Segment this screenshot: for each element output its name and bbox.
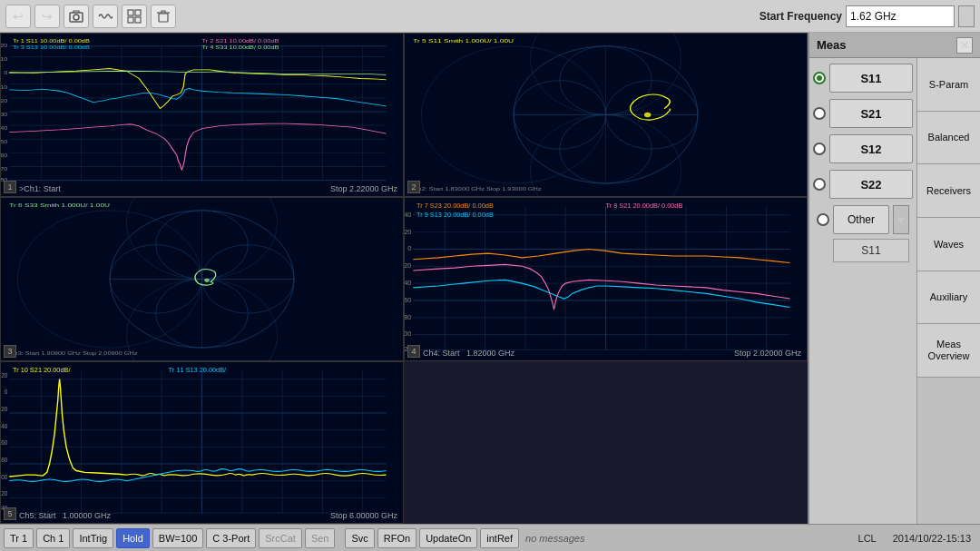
chart-stop-1: Stop 2.22000 GHz	[330, 184, 397, 193]
svg-text:-100: -100	[405, 330, 411, 338]
other-row: Other ▼	[813, 203, 913, 236]
srccat-btn[interactable]: SrcCat	[259, 528, 302, 548]
sparam-row-s11: S11	[813, 62, 913, 94]
svg-point-56	[644, 113, 651, 118]
chart-panel-4[interactable]: 40 20 0 -20 -40 -60 -80 -100 -120 Tr 7 S…	[404, 197, 808, 361]
side-buttons: S-Param Balanced Receivers Waves Auxilia…	[916, 58, 980, 524]
c3port-btn[interactable]: C 3-Port	[206, 528, 256, 548]
s11-sub-item[interactable]: S11	[833, 239, 909, 262]
svc-btn[interactable]: Svc	[345, 528, 374, 548]
chart-freq-4: Ch4: Start 1.82000 GHz	[423, 349, 514, 358]
svg-text:-40: -40	[1, 422, 8, 428]
s11-radio[interactable]	[813, 72, 826, 84]
chart-num-1: 1	[4, 181, 16, 193]
svg-text:-20: -20	[1, 406, 8, 412]
chart-panel-3[interactable]: Tr 6 S33 Smith 1.000U/ 1.00U Ch3: Start …	[0, 197, 404, 361]
chart-panel-1[interactable]: 20 10 0 -10 -20 -30 -40 -50 -60 -70 -80 …	[0, 33, 404, 197]
other-dropdown[interactable]: ▼	[893, 205, 909, 234]
other-radio[interactable]	[817, 213, 829, 226]
sen-btn[interactable]: Sen	[305, 528, 336, 548]
chart-stop-5: Stop 6.00000 GHz	[330, 511, 397, 520]
trash-button[interactable]	[151, 5, 176, 28]
s21-radio[interactable]	[813, 107, 826, 120]
updateon-btn[interactable]: UpdateOn	[419, 528, 477, 548]
svg-rect-2	[128, 10, 133, 15]
undo-button[interactable]: ↩	[5, 5, 31, 28]
balanced-side-btn[interactable]: Balanced	[917, 112, 980, 165]
svg-text:0: 0	[5, 389, 8, 395]
svg-text:-40: -40	[1, 125, 8, 131]
chart-panel-2[interactable]: Tr 5 S11 Smith 1.000U/ 1.00U Ch2: Start …	[404, 33, 808, 197]
svg-text:0: 0	[4, 70, 8, 75]
freq-input[interactable]	[846, 5, 955, 27]
svg-rect-4	[128, 17, 133, 23]
sparam-row-s21: S21	[813, 97, 913, 130]
other-button[interactable]: Other	[833, 205, 889, 234]
svg-text:-50: -50	[1, 139, 8, 144]
lcl-status: LCL	[858, 533, 882, 544]
s22-radio[interactable]	[813, 178, 826, 191]
s12-radio[interactable]	[813, 143, 826, 155]
svg-text:20: 20	[405, 227, 411, 235]
auxiliary-side-btn[interactable]: Auxiliary	[917, 271, 980, 325]
svg-text:Tr 7  S23 20.00dB/ 0.00dB: Tr 7 S23 20.00dB/ 0.00dB	[416, 202, 494, 210]
svg-text:0: 0	[407, 244, 411, 252]
chart-num-4: 4	[407, 345, 420, 358]
svg-text:Tr 11  S13 20.00dB/: Tr 11 S13 20.00dB/	[169, 366, 228, 374]
svg-text:-10: -10	[1, 84, 8, 89]
meas-overview-side-btn[interactable]: MeasOverview	[917, 324, 980, 378]
hold-btn[interactable]: Hold	[116, 528, 150, 548]
svg-point-1	[74, 15, 79, 20]
svg-text:-60: -60	[1, 153, 8, 158]
tr1-btn[interactable]: Tr 1	[4, 528, 34, 548]
meas-body: S11 S21 S12 S22 Ot	[809, 58, 980, 524]
chart-panel-5[interactable]: 20 0 -20 -40 -60 -80 -100 -120 -140 Tr 1…	[0, 361, 404, 524]
svg-text:-80: -80	[1, 457, 8, 463]
svg-text:-80: -80	[405, 312, 411, 320]
chart-freq-5: Ch5: Start 1.00000 GHz	[19, 511, 111, 520]
waves-side-btn[interactable]: Waves	[917, 218, 980, 271]
svg-text:Tr 4  S33 10.00dB/ 0.00dB: Tr 4 S33 10.00dB/ 0.00dB	[202, 44, 279, 50]
s21-button[interactable]: S21	[829, 99, 913, 128]
redo-button[interactable]: ↪	[34, 5, 60, 28]
intref-btn[interactable]: intRef	[480, 528, 519, 548]
sparam-side-btn[interactable]: S-Param	[917, 58, 980, 112]
chart-num-2: 2	[407, 181, 420, 193]
meas-title: Meas	[817, 38, 956, 52]
bw-btn[interactable]: BW=100	[152, 528, 204, 548]
svg-text:-70: -70	[1, 166, 8, 172]
chart-stop-4: Stop 2.02000 GHz	[734, 349, 801, 358]
svg-text:-20: -20	[405, 261, 411, 270]
svg-text:Tr 9  S13 20.00dB/ 0.00dB: Tr 9 S13 20.00dB/ 0.00dB	[416, 210, 494, 218]
svg-text:-100: -100	[1, 473, 8, 479]
rfon-btn[interactable]: RFOn	[377, 528, 416, 548]
inttrig-btn[interactable]: IntTrig	[73, 528, 113, 548]
svg-rect-3	[135, 10, 141, 15]
sparam-list: S11 S21 S12 S22 Ot	[809, 58, 916, 524]
ch1-btn[interactable]: Ch 1	[36, 528, 70, 548]
sparam-row-s12: S12	[813, 133, 913, 165]
charts-area: 20 10 0 -10 -20 -30 -40 -50 -60 -70 -80 …	[0, 33, 808, 524]
s22-button[interactable]: S22	[829, 170, 913, 199]
receivers-side-btn[interactable]: Receivers	[917, 164, 980, 218]
svg-text:-60: -60	[1, 439, 8, 446]
meas-header: Meas ✕	[809, 33, 980, 58]
svg-text:20: 20	[1, 371, 8, 378]
svg-text:Tr 5  S11 Smith 1.000U/ 1.00U: Tr 5 S11 Smith 1.000U/ 1.00U	[413, 37, 514, 44]
svg-text:10: 10	[1, 56, 8, 62]
camera-button[interactable]	[64, 5, 89, 28]
grid-button[interactable]	[122, 5, 147, 28]
chart-num-5: 5	[4, 507, 16, 520]
statusbar: Tr 1 Ch 1 IntTrig Hold BW=100 C 3-Port S…	[0, 524, 980, 551]
svg-text:Tr 1  S11 10.00dB/ 0.00dB: Tr 1 S11 10.00dB/ 0.00dB	[13, 38, 90, 44]
wave-button[interactable]	[93, 5, 118, 28]
svg-text:-60: -60	[405, 296, 411, 304]
other-label: Other	[848, 213, 875, 226]
s11-button[interactable]: S11	[829, 64, 913, 93]
svg-text:-40: -40	[405, 279, 411, 287]
s12-button[interactable]: S12	[829, 134, 913, 163]
svg-text:Ch3: Start  1.90900 GHz       : Ch3: Start 1.90900 GHz Stop 2.00900 GHz	[9, 350, 138, 357]
svg-text:Tr 10  S21 20.00dB/: Tr 10 S21 20.00dB/	[13, 366, 72, 374]
freq-spin-button[interactable]: ⊞	[958, 5, 975, 27]
meas-close-button[interactable]: ✕	[956, 37, 973, 54]
